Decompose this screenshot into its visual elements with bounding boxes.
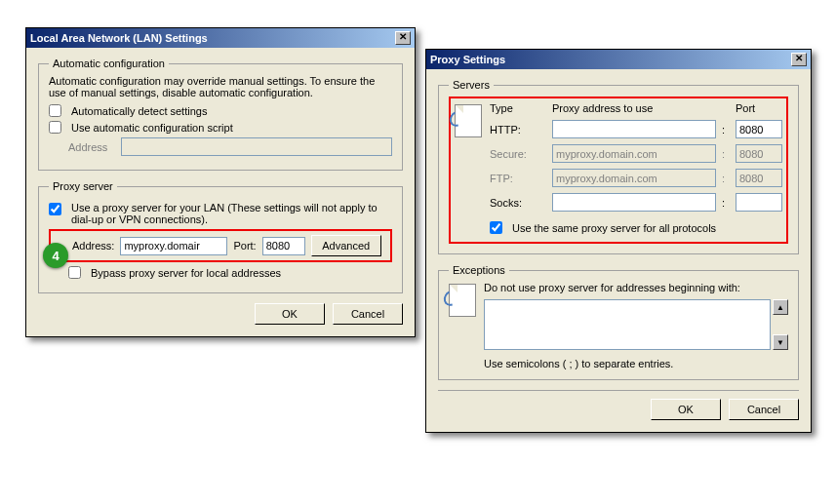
autoconf-address-input: [121, 137, 392, 156]
ftp-address-input: [552, 169, 716, 187]
textarea-scroll[interactable]: ▲ ▼: [773, 299, 788, 350]
row-http-label: HTTP:: [490, 124, 546, 136]
row-ftp-label: FTP:: [490, 173, 546, 184]
autoconf-address-label: Address: [68, 141, 115, 153]
lan-title: Local Area Network (LAN) Settings: [30, 32, 208, 44]
lan-cancel-button[interactable]: Cancel: [333, 303, 403, 325]
use-script-input[interactable]: [49, 121, 61, 134]
use-proxy-label: Use a proxy server for your LAN (These s…: [71, 202, 392, 225]
auto-detect-checkbox[interactable]: Automatically detect settings: [49, 104, 392, 117]
scroll-up-icon[interactable]: ▲: [773, 299, 788, 315]
http-address-input[interactable]: [552, 120, 716, 138]
exceptions-legend: Exceptions: [449, 264, 509, 276]
close-icon[interactable]: ✕: [395, 31, 411, 45]
use-script-checkbox[interactable]: Use automatic configuration script: [49, 121, 392, 134]
lan-settings-dialog: Local Area Network (LAN) Settings ✕ Auto…: [25, 27, 416, 337]
same-proxy-label: Use the same proxy server for all protoc…: [512, 222, 716, 234]
separator: [438, 390, 799, 391]
advanced-button[interactable]: Advanced: [311, 235, 381, 256]
row-secure-label: Secure:: [490, 148, 546, 160]
servers-group: Servers Type Proxy address to use Port H…: [438, 79, 799, 254]
close-icon[interactable]: ✕: [791, 53, 807, 66]
use-proxy-checkbox[interactable]: Use a proxy server for your LAN (These s…: [49, 202, 392, 225]
ps-ok-button[interactable]: OK: [651, 399, 721, 420]
secure-address-input: [552, 144, 716, 163]
exceptions-hint: Use semicolons ( ; ) to separate entries…: [484, 358, 788, 369]
ps-title: Proxy Settings: [430, 54, 505, 65]
autoconf-legend: Automatic configuration: [49, 58, 169, 69]
proxy-legend: Proxy server: [49, 180, 117, 192]
exceptions-icon: [449, 284, 476, 317]
highlight-servers: Type Proxy address to use Port HTTP: : S…: [449, 97, 788, 244]
auto-detect-input[interactable]: [49, 104, 61, 117]
col-port: Port: [736, 102, 782, 114]
secure-port-input: [736, 144, 782, 163]
exceptions-group: Exceptions Do not use proxy server for a…: [438, 264, 799, 380]
ftp-port-input: [736, 169, 782, 187]
proxy-address-input[interactable]: [120, 237, 227, 255]
lan-ok-button[interactable]: OK: [255, 303, 325, 325]
ps-titlebar[interactable]: Proxy Settings ✕: [426, 50, 811, 69]
servers-legend: Servers: [449, 79, 494, 91]
use-script-label: Use automatic configuration script: [71, 122, 233, 134]
bypass-checkbox[interactable]: Bypass proxy server for local addresses: [68, 266, 392, 279]
bypass-label: Bypass proxy server for local addresses: [91, 267, 281, 279]
proxy-settings-dialog: Proxy Settings ✕ Servers Type Proxy addr…: [425, 49, 812, 433]
socks-address-input[interactable]: [552, 193, 716, 212]
bypass-input[interactable]: [68, 266, 81, 279]
socks-port-input[interactable]: [736, 193, 782, 212]
proxy-server-group: Proxy server Use a proxy server for your…: [38, 180, 403, 293]
ps-cancel-button[interactable]: Cancel: [729, 399, 799, 420]
callout-badge: 4: [43, 243, 68, 268]
servers-icon: [455, 104, 482, 137]
automatic-configuration-group: Automatic configuration Automatic config…: [38, 58, 403, 171]
proxy-port-input[interactable]: [262, 237, 305, 255]
col-addr: Proxy address to use: [552, 102, 716, 114]
exceptions-desc: Do not use proxy server for addresses be…: [484, 282, 788, 293]
exceptions-textarea[interactable]: [484, 299, 771, 350]
same-proxy-checkbox[interactable]: Use the same proxy server for all protoc…: [490, 221, 782, 234]
proxy-address-label: Address:: [72, 240, 114, 252]
scroll-down-icon[interactable]: ▼: [773, 334, 788, 350]
same-proxy-input[interactable]: [490, 221, 502, 234]
highlight-proxy-row: Address: Port: Advanced: [49, 229, 392, 262]
autoconf-desc: Automatic configuration may override man…: [49, 75, 392, 98]
auto-detect-label: Automatically detect settings: [71, 105, 207, 117]
use-proxy-input[interactable]: [49, 203, 61, 215]
lan-titlebar[interactable]: Local Area Network (LAN) Settings ✕: [26, 28, 415, 48]
http-port-input[interactable]: [736, 120, 782, 138]
col-type: Type: [490, 102, 546, 114]
proxy-port-label: Port:: [233, 240, 256, 252]
row-socks-label: Socks:: [490, 197, 546, 209]
